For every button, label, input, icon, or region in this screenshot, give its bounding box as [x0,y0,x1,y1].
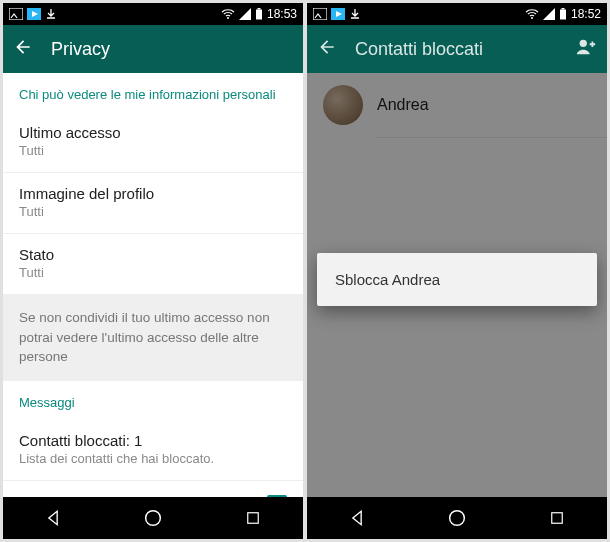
svg-point-12 [531,17,533,19]
section-personal-info: Chi può vedere le mie informazioni perso… [3,73,303,112]
setting-status[interactable]: Stato Tutti [3,234,303,294]
setting-subtitle: Lista dei contatti che hai bloccato. [19,451,287,466]
wifi-icon [221,8,235,20]
nav-recents-button[interactable] [223,497,283,539]
nav-home-button[interactable] [427,497,487,539]
svg-rect-5 [256,10,262,20]
setting-blocked-contacts[interactable]: Contatti bloccati: 1 Lista dei contatti … [3,420,303,480]
svg-rect-6 [257,8,260,10]
status-time: 18:53 [267,7,297,21]
status-time: 18:52 [571,7,601,21]
battery-icon [559,8,567,20]
download-icon [45,8,57,20]
setting-value: Tutti [19,204,287,219]
setting-title: Immagine del profilo [19,185,287,202]
phone-right: 18:52 Contatti bloccati Andrea Sblocca A… [307,3,607,539]
setting-title: Contatti bloccati: 1 [19,432,287,449]
svg-rect-0 [9,8,23,20]
play-icon [331,8,345,20]
last-seen-notice: Se non condividi il tuo ultimo accesso n… [3,294,303,381]
svg-rect-9 [313,8,327,20]
appbar: Contatti bloccati [307,25,607,73]
navigation-bar [307,497,607,539]
svg-point-16 [580,40,587,47]
setting-title: Ultimo accesso [19,124,287,141]
back-icon[interactable] [13,37,33,61]
appbar: Privacy [3,25,303,73]
svg-point-3 [227,17,229,19]
svg-point-7 [146,511,161,526]
unblock-option[interactable]: Sblocca Andrea [335,271,440,288]
wifi-icon [525,8,539,20]
privacy-content: Chi può vedere le mie informazioni perso… [3,73,303,497]
picture-icon [9,8,23,20]
signal-icon [543,8,555,20]
phone-left: 18:53 Privacy Chi può vedere le mie info… [3,3,303,539]
setting-last-seen[interactable]: Ultimo accesso Tutti [3,112,303,172]
svg-point-17 [450,511,465,526]
nav-back-button[interactable] [23,497,83,539]
svg-marker-4 [239,8,251,20]
setting-value: Tutti [19,265,287,280]
nav-recents-button[interactable] [527,497,587,539]
section-messages: Messaggi [3,381,303,420]
play-icon [27,8,41,20]
picture-icon [313,8,327,20]
battery-icon [255,8,263,20]
nav-back-button[interactable] [327,497,387,539]
status-bar: 18:53 [3,3,303,25]
status-bar: 18:52 [307,3,607,25]
svg-rect-15 [561,8,564,10]
appbar-title: Privacy [51,39,110,60]
download-icon [349,8,361,20]
signal-icon [239,8,251,20]
unblock-dialog[interactable]: Sblocca Andrea [317,253,597,306]
svg-rect-14 [560,10,566,20]
nav-home-button[interactable] [123,497,183,539]
back-icon[interactable] [317,37,337,61]
setting-read-receipts[interactable]: Conferme di lettura [3,481,303,497]
setting-title: Stato [19,246,287,263]
appbar-title: Contatti bloccati [355,39,483,60]
svg-rect-8 [248,513,259,524]
setting-profile-photo[interactable]: Immagine del profilo Tutti [3,173,303,233]
svg-rect-18 [552,513,563,524]
svg-marker-13 [543,8,555,20]
setting-value: Tutti [19,143,287,158]
navigation-bar [3,497,303,539]
add-contact-icon[interactable] [575,36,597,62]
